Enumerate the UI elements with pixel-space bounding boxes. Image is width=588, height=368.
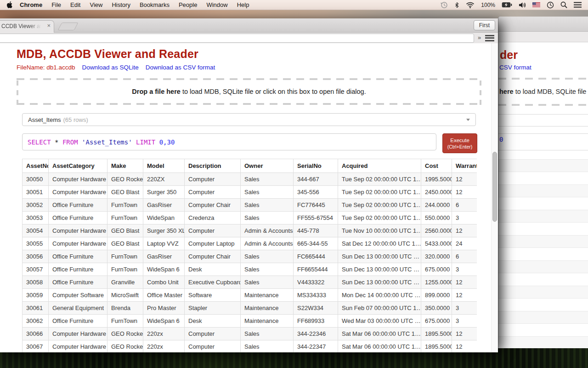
table-cell: 3 (452, 212, 477, 224)
menu-bookmarks[interactable]: Bookmarks (135, 1, 174, 8)
menu-edit[interactable]: Edit (66, 1, 85, 8)
table-cell: 30057 (23, 263, 49, 276)
menu-window[interactable]: Window (202, 1, 232, 8)
scrollbar-thumb[interactable] (492, 152, 497, 222)
tab-close-icon[interactable]: × (47, 23, 51, 29)
table-select[interactable]: Asset_Items (65 rows) (22, 113, 476, 126)
tabstrip: CCDB Viewer and R × First (0, 18, 498, 33)
chrome-menu-icon[interactable] (485, 35, 494, 41)
table-cell: Office Furniture (49, 212, 107, 224)
menu-people[interactable]: People (174, 1, 202, 8)
table-cell: 345-556 (294, 186, 338, 199)
apple-icon[interactable] (6, 1, 12, 8)
table-cell: 12 (452, 276, 477, 289)
table-cell: 220zx (143, 328, 185, 340)
table-cell: 30054 (23, 224, 49, 237)
address-bar-input[interactable] (0, 34, 474, 43)
background-sql-fragment: 0 (499, 136, 503, 143)
results-table: AssetNoAssetCategoryMakeModelDescription… (22, 159, 477, 352)
table-cell: Computer Hardware (49, 224, 107, 237)
results-table-wrap: AssetNoAssetCategoryMakeModelDescription… (22, 159, 477, 352)
dropzone-text: to load MDB, SQLite file or click on thi… (181, 88, 366, 95)
table-row: 30052Office FurnitureFurnTownGasRiserCom… (23, 199, 477, 212)
new-tab-button[interactable] (57, 23, 78, 30)
table-cell: Computer Laptop (185, 237, 241, 250)
background-csv-link-fragment: CSV format (499, 64, 531, 71)
table-cell: Tue Sep 02 00:00:00 UTC 1… (338, 199, 421, 212)
table-cell: GEO Blast (107, 224, 143, 237)
table-cell: 445-778 (294, 224, 338, 237)
table-cell: 675.0000 (421, 263, 452, 276)
menu-chrome[interactable]: Chrome (15, 1, 47, 8)
time-machine-icon[interactable] (441, 1, 448, 9)
wifi-icon[interactable] (466, 2, 475, 8)
table-cell: Brenda (107, 302, 143, 315)
clock-icon[interactable] (547, 1, 554, 9)
table-cell: FurnTown (107, 315, 143, 328)
sql-token: 'Asset_Items' (82, 138, 132, 146)
table-cell: 30050 (23, 173, 49, 186)
us-flag-icon[interactable] (532, 2, 540, 7)
table-cell: 30066 (23, 328, 49, 340)
table-cell: 30062 (23, 315, 49, 328)
table-cell: Sales (241, 276, 294, 289)
menu-view[interactable]: View (85, 1, 107, 8)
download-csv-link[interactable]: Download as CSV format (146, 64, 215, 71)
download-sqlite-link[interactable]: Download as SQLite (82, 64, 139, 71)
table-cell: Sales (241, 250, 294, 263)
table-cell: GasRiser (143, 250, 185, 263)
table-row: 30051Computer HardwareGEO BlastSurger 35… (23, 186, 477, 199)
table-cell: GEO Rocket (107, 328, 143, 340)
table-cell: Computer Software (49, 289, 107, 302)
file-dropzone[interactable]: Drop a file here to load MDB, SQLite fil… (17, 78, 481, 105)
table-cell: Computer Chair (185, 250, 241, 263)
menu-history[interactable]: History (107, 1, 135, 8)
table-row: 30058Office FurnitureGranvilleCombo Unit… (23, 276, 477, 289)
table-row: 30054Computer HardwareGEO BlastSurger 35… (23, 224, 477, 237)
table-cell: FF6655444 (294, 263, 338, 276)
table-cell: Sun Dec 13 00:00:00 UTC … (338, 263, 421, 276)
table-cell: Computer Hardware (49, 173, 107, 186)
page-scrollbar[interactable] (491, 43, 498, 352)
table-cell: Admin & Accounts (241, 224, 294, 237)
table-cell: Computer (185, 173, 241, 186)
file-meta-row: FileName: db1.accdb Download as SQLite D… (17, 64, 215, 71)
spotlight-search-icon[interactable] (560, 1, 567, 8)
notification-list-icon[interactable] (574, 2, 582, 8)
table-cell: Desk (185, 263, 241, 276)
column-header: Description (185, 159, 241, 173)
table-cell: Sales (241, 340, 294, 353)
table-cell: GasRiser (143, 199, 185, 212)
sql-input[interactable]: SELECT * FROM 'Asset_Items' LIMIT 0,30 (22, 133, 436, 150)
menu-file[interactable]: File (47, 1, 66, 8)
table-cell: 30067 (23, 340, 49, 353)
battery-charging-icon[interactable] (502, 2, 512, 8)
sql-token: * (51, 138, 62, 146)
browser-tab[interactable]: CCDB Viewer and R × (0, 20, 54, 33)
page-content: MDB, ACCDB Viewer and Reader FileName: d… (0, 43, 498, 352)
background-dropzone-bold: here (499, 88, 514, 95)
table-cell: Sales (241, 199, 294, 212)
table-body: 30050Computer HardwareGEO Rocket220ZXCom… (23, 173, 477, 353)
table-cell: Maintenance (241, 289, 294, 302)
column-header: Cost (421, 159, 452, 173)
menu-help[interactable]: Help (232, 1, 254, 8)
background-dropzone-rest: to load MDB, SQLite file (514, 88, 587, 95)
volume-icon[interactable] (519, 2, 526, 8)
profile-button[interactable]: First (474, 20, 495, 30)
table-cell: 320.0000 (421, 250, 452, 263)
sql-token: FROM (62, 138, 78, 146)
background-box-edge (498, 114, 588, 115)
execute-label: Execute (450, 138, 469, 143)
dropzone-bold-text: Drop a file here (132, 88, 181, 95)
menubar-items: ChromeFileEditViewHistoryBookmarksPeople… (15, 1, 254, 8)
execute-shortcut: (Ctrl+Enter) (447, 144, 473, 150)
execute-button[interactable]: Execute (Ctrl+Enter) (442, 133, 477, 153)
table-cell: Computer (185, 186, 241, 199)
table-cell: 2450.0000 (421, 186, 452, 199)
bluetooth-icon[interactable] (454, 1, 459, 9)
table-cell: Surger 350 (143, 186, 185, 199)
extensions-overflow-icon[interactable]: » (478, 34, 481, 41)
table-row: 30061General EquipmentBrendaPro MasterSt… (23, 302, 477, 315)
background-browser-window[interactable]: der CSV format here to load MDB, SQLite … (498, 17, 588, 348)
